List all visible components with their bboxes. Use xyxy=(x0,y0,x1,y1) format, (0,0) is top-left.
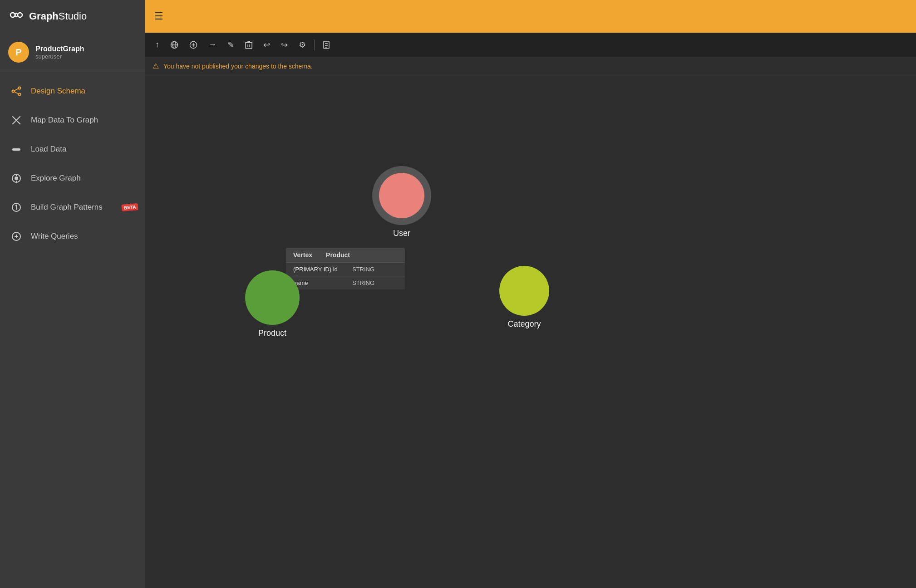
toolbar: ↑ → ✎ xyxy=(145,33,916,57)
toolbar-arrow-btn[interactable]: → xyxy=(206,38,219,51)
user-role: superuser xyxy=(35,53,84,60)
warning-icon: ⚠ xyxy=(153,62,159,70)
node-category[interactable]: Category xyxy=(499,266,549,329)
sidebar-item-build-graph-patterns[interactable]: Build Graph Patterns BETA xyxy=(0,193,145,222)
sidebar-item-map-data[interactable]: Map Data To Graph xyxy=(0,106,145,135)
content-area: ↑ → ✎ xyxy=(145,33,916,588)
toolbar-redo-btn[interactable]: ↪ xyxy=(278,38,291,52)
node-product[interactable]: Product xyxy=(245,270,300,338)
beta-badge: BETA xyxy=(121,203,138,211)
toolbar-add-btn[interactable] xyxy=(187,39,200,51)
svg-point-15 xyxy=(15,205,17,206)
tooltip-header-vertex: Vertex xyxy=(293,251,312,259)
tooltip-cell-id-type: STRING xyxy=(352,266,398,273)
tooltip-header: Vertex Product xyxy=(286,248,405,262)
sidebar-item-load-data[interactable]: Load Data xyxy=(0,135,145,164)
load-data-icon xyxy=(10,143,23,156)
svg-point-4 xyxy=(19,93,21,96)
node-user-label: User xyxy=(393,229,410,238)
svg-point-11 xyxy=(15,176,18,180)
sidebar-item-write-queries[interactable]: Write Queries xyxy=(0,222,145,251)
menu-icon[interactable]: ☰ xyxy=(154,10,163,22)
node-category-label: Category xyxy=(507,319,541,329)
warning-bar: ⚠ You have not published your changes to… xyxy=(145,57,916,75)
toolbar-edit-btn[interactable]: ✎ xyxy=(225,38,237,52)
sidebar: P ProductGraph superuser De xyxy=(0,33,145,588)
tooltip-cell-name-label: name xyxy=(293,279,339,286)
load-data-label: Load Data xyxy=(31,145,66,154)
svg-point-2 xyxy=(12,90,15,93)
write-queries-icon xyxy=(10,230,23,243)
svg-point-3 xyxy=(19,87,21,89)
tooltip-row-0: (PRIMARY ID) id STRING xyxy=(286,262,405,276)
explore-graph-label: Explore Graph xyxy=(31,174,81,183)
warning-text: You have not published your changes to t… xyxy=(163,63,313,70)
svg-line-5 xyxy=(15,88,19,91)
design-schema-icon xyxy=(10,85,23,98)
sidebar-item-design-schema[interactable]: Design Schema xyxy=(0,77,145,106)
node-product-label: Product xyxy=(258,328,286,338)
canvas-area[interactable]: User Vertex Product (PRIMARY ID) id STRI… xyxy=(145,75,916,588)
svg-rect-26 xyxy=(246,43,252,49)
node-product-circle xyxy=(245,270,300,325)
map-data-icon xyxy=(10,114,23,127)
avatar: P xyxy=(8,42,29,63)
user-name: ProductGraph xyxy=(35,45,84,53)
sidebar-item-explore-graph[interactable]: Explore Graph xyxy=(0,164,145,193)
user-info: ProductGraph superuser xyxy=(35,45,84,60)
map-data-label: Map Data To Graph xyxy=(31,116,98,125)
logo-area: GraphStudio xyxy=(0,0,145,33)
svg-line-6 xyxy=(15,92,19,94)
node-user-outer xyxy=(372,166,431,225)
svg-rect-9 xyxy=(12,148,20,151)
node-category-circle xyxy=(499,266,549,316)
toolbar-upload-btn[interactable]: ↑ xyxy=(153,38,162,51)
tooltip-header-product: Product xyxy=(326,251,350,259)
build-graph-patterns-label: Build Graph Patterns xyxy=(31,203,103,212)
tooltip-row-1: name STRING xyxy=(286,276,405,289)
toolbar-globe-btn[interactable] xyxy=(167,39,181,51)
toolbar-doc-btn[interactable] xyxy=(320,39,333,51)
logo-icon xyxy=(8,7,25,26)
tooltip-product: Vertex Product (PRIMARY ID) id STRING na… xyxy=(286,248,405,289)
tooltip-cell-id-label: (PRIMARY ID) id xyxy=(293,266,339,273)
toolbar-undo-btn[interactable]: ↩ xyxy=(261,38,273,52)
build-graph-patterns-icon xyxy=(10,201,23,214)
design-schema-label: Design Schema xyxy=(31,87,85,96)
node-user-inner xyxy=(379,173,424,218)
toolbar-divider xyxy=(314,39,315,50)
toolbar-settings-btn[interactable]: ⚙ xyxy=(296,38,309,52)
toolbar-delete-btn[interactable] xyxy=(242,39,255,51)
node-user[interactable]: User xyxy=(372,166,431,238)
tooltip-cell-name-type: STRING xyxy=(352,279,398,286)
explore-graph-icon xyxy=(10,172,23,185)
user-profile[interactable]: P ProductGraph superuser xyxy=(0,33,145,72)
svg-point-0 xyxy=(10,13,15,17)
write-queries-label: Write Queries xyxy=(31,232,78,241)
svg-point-1 xyxy=(18,13,22,17)
logo-text: GraphStudio xyxy=(29,10,87,22)
